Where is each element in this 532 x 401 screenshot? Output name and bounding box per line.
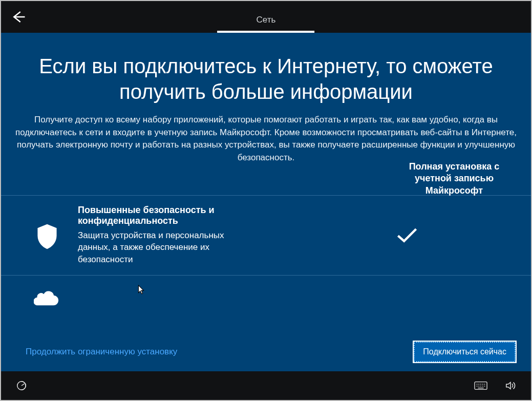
ease-of-access-icon [16,380,27,391]
back-button[interactable] [6,5,31,29]
page-headline: Если вы подключитесь к Интернету, то смо… [30,53,502,104]
bottombar [1,371,531,400]
main-panel: Если вы подключитесь к Интернету, то смо… [1,33,531,371]
feature-row-security: Повышенные безопасность и конфиденциальн… [1,195,531,275]
keyboard-icon [474,381,487,390]
connect-now-button[interactable]: Подключиться сейчас [414,342,516,362]
volume-icon [505,380,516,391]
on-screen-keyboard-button[interactable] [473,377,489,394]
ease-of-access-button[interactable] [13,377,30,394]
check-icon [396,226,418,244]
content-header: Если вы подключитесь к Интернету, то смо… [1,33,531,164]
feature-title: Повышенные безопасность и конфиденциальн… [78,205,298,226]
volume-button[interactable] [502,377,519,394]
back-arrow-icon [11,9,26,25]
tab-label: Сеть [257,9,276,25]
feature-row-cloud [1,275,531,329]
topbar: Сеть [1,1,531,33]
oobe-window: Сеть Если вы подключитесь к Интернету, т… [1,1,531,400]
footer: Продолжить ограниченную установку Подклю… [1,342,531,366]
shield-icon [35,223,59,250]
column-header-full-setup: Полная установка с учетной записью Майкр… [393,161,516,197]
tab-network[interactable]: Сеть [257,1,276,33]
page-subtext: Получите доступ ко всему набору приложен… [10,114,522,164]
cloud-icon [34,288,60,308]
feature-description: Защита устройства и персональных данных,… [78,229,252,266]
continue-limited-link[interactable]: Продолжить ограниченную установку [26,347,177,357]
